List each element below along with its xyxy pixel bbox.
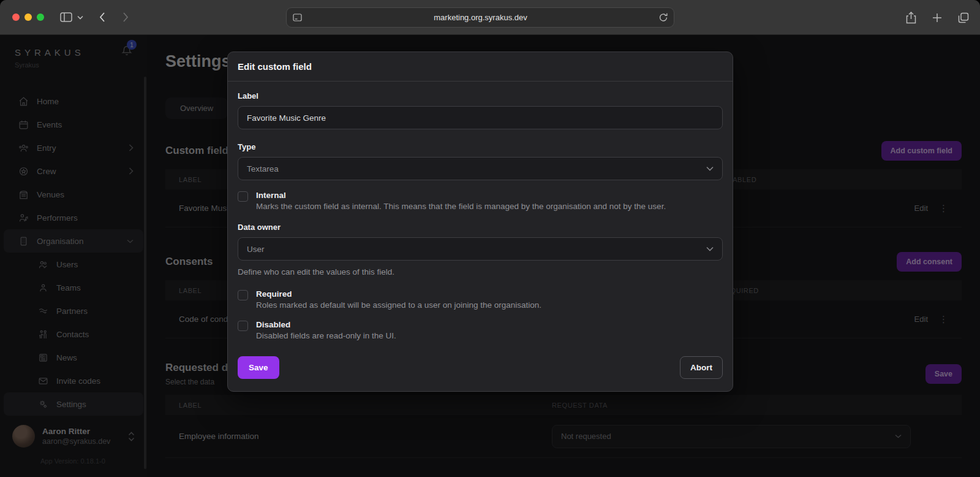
chevron-down-icon — [706, 246, 714, 251]
chevron-down-icon — [706, 166, 714, 171]
browser-window: marketing.org.syrakus.dev SYRAKUS Syraku… — [0, 0, 980, 477]
disabled-label: Disabled — [256, 320, 396, 329]
modal-save-button[interactable]: Save — [238, 356, 279, 379]
disabled-description: Disabled fields are read-only in the UI. — [256, 331, 396, 340]
modal-abort-button[interactable]: Abort — [680, 356, 723, 379]
url-text: marketing.org.syrakus.dev — [302, 13, 659, 22]
internal-checkbox[interactable] — [238, 191, 248, 202]
address-bar[interactable]: marketing.org.syrakus.dev — [286, 7, 674, 28]
label-input[interactable]: Favorite Music Genre — [238, 106, 723, 129]
data-owner-select-value: User — [247, 245, 265, 254]
disabled-checkbox[interactable] — [238, 321, 248, 331]
browser-toolbar: marketing.org.syrakus.dev — [0, 0, 980, 35]
new-tab-icon[interactable] — [932, 13, 942, 23]
required-checkbox-row: Required Roles marked as default will be… — [238, 289, 723, 310]
modal-title: Edit custom field — [228, 52, 733, 82]
internal-label: Internal — [256, 191, 666, 200]
type-field-label: Type — [238, 142, 723, 151]
tab-overview-icon[interactable] — [958, 12, 969, 23]
share-icon[interactable] — [906, 12, 916, 24]
window-controls — [12, 13, 44, 21]
type-select[interactable]: Textarea — [238, 157, 723, 180]
label-field-label: Label — [238, 91, 723, 101]
data-owner-field-label: Data owner — [238, 223, 723, 232]
sidebar-toggle-icon[interactable] — [60, 12, 72, 22]
internal-checkbox-row: Internal Marks the custom field as inter… — [238, 191, 723, 211]
minimize-window-button[interactable] — [24, 13, 32, 21]
forward-button[interactable] — [123, 12, 129, 22]
data-owner-help: Define who can edit the values of this f… — [238, 267, 723, 277]
disabled-checkbox-row: Disabled Disabled fields are read-only i… — [238, 320, 723, 340]
edit-custom-field-modal: Edit custom field Label Favorite Music G… — [227, 52, 733, 392]
zoom-window-button[interactable] — [37, 13, 44, 21]
back-button[interactable] — [99, 12, 105, 22]
required-checkbox[interactable] — [238, 290, 248, 300]
sidebar-menu-chevron-icon[interactable] — [77, 15, 83, 20]
required-description: Roles marked as default will be assigned… — [256, 300, 541, 310]
data-owner-select[interactable]: User — [238, 237, 723, 261]
reload-icon[interactable] — [659, 13, 668, 22]
internal-description: Marks the custom field as internal. This… — [256, 202, 666, 211]
page-format-icon[interactable] — [293, 13, 302, 21]
type-select-value: Textarea — [247, 164, 279, 174]
label-input-value: Favorite Music Genre — [247, 113, 326, 123]
required-label: Required — [256, 289, 541, 299]
close-window-button[interactable] — [12, 13, 20, 21]
